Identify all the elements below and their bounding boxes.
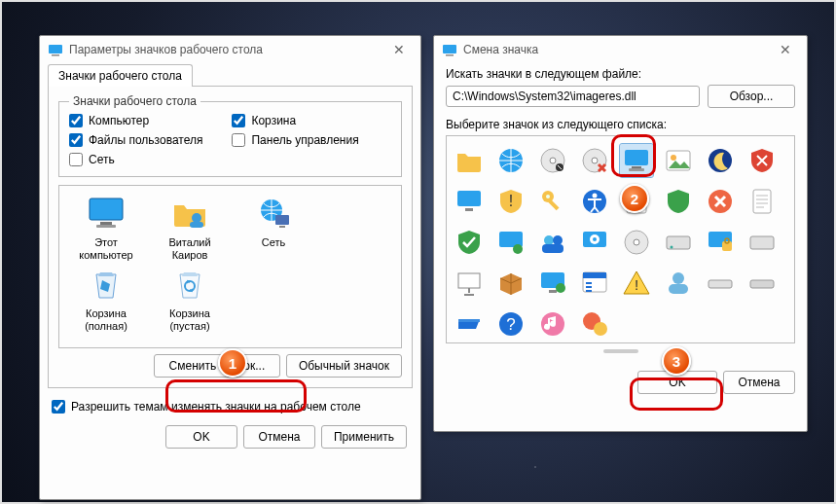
icon-settings-panel[interactable] bbox=[578, 226, 611, 259]
svg-point-41 bbox=[553, 235, 563, 245]
chk-recycle-input[interactable] bbox=[232, 114, 245, 127]
icon-monitor2[interactable] bbox=[453, 185, 486, 218]
desktop-icons-group: Значки рабочего стола Компьютер Файлы по… bbox=[58, 94, 402, 177]
chk-control[interactable]: Панель управления bbox=[232, 133, 358, 147]
icon-warning[interactable]: ! bbox=[620, 267, 653, 300]
icon-monitor-net[interactable] bbox=[494, 226, 527, 259]
chk-recycle[interactable]: Корзина bbox=[232, 114, 358, 127]
tab-desktop-icons[interactable]: Значки рабочего стола bbox=[48, 64, 193, 87]
icon-music[interactable] bbox=[536, 307, 569, 341]
icon-accessibility[interactable] bbox=[578, 185, 611, 218]
titlebar: Параметры значков рабочего стола ✕ bbox=[40, 36, 420, 63]
icon-shield-red[interactable] bbox=[745, 144, 779, 177]
chk-network-input[interactable] bbox=[69, 153, 83, 166]
icon-monitor-green[interactable] bbox=[536, 267, 569, 300]
svg-point-6 bbox=[192, 213, 201, 223]
svg-rect-4 bbox=[100, 222, 112, 225]
ok-button[interactable]: OK bbox=[165, 425, 237, 449]
icon-key[interactable] bbox=[536, 185, 569, 218]
icon-security[interactable] bbox=[704, 226, 737, 259]
svg-point-24 bbox=[671, 155, 676, 161]
chk-computer[interactable]: Компьютер bbox=[69, 114, 202, 127]
icon-document-a[interactable]: A bbox=[620, 185, 653, 218]
icon-folder[interactable] bbox=[453, 144, 486, 177]
svg-rect-10 bbox=[279, 226, 285, 228]
chk-userfiles-input[interactable] bbox=[69, 133, 83, 147]
icon-monitor-selected[interactable] bbox=[620, 144, 653, 177]
icon-contacts[interactable] bbox=[536, 226, 569, 259]
svg-text:!: ! bbox=[635, 276, 638, 293]
window-title: Параметры значков рабочего стола bbox=[69, 43, 263, 56]
window-icon bbox=[442, 42, 457, 57]
icon-shield-green[interactable] bbox=[453, 226, 486, 259]
recycle-empty-icon bbox=[168, 265, 211, 304]
chk-allow-themes[interactable]: Разрешить темам изменять значки на рабоч… bbox=[40, 394, 420, 417]
apply-button[interactable]: Применить bbox=[321, 425, 407, 449]
chk-allow-themes-input[interactable] bbox=[52, 400, 65, 414]
icon-drive[interactable] bbox=[662, 226, 695, 259]
recycle-full-icon bbox=[85, 265, 127, 304]
svg-rect-12 bbox=[443, 45, 456, 54]
svg-rect-62 bbox=[669, 284, 688, 294]
cancel-button[interactable]: Отмена bbox=[243, 425, 315, 449]
browse-button[interactable]: Обзор... bbox=[708, 85, 795, 108]
icon-presentation[interactable] bbox=[453, 267, 486, 300]
icon-globe[interactable] bbox=[494, 144, 527, 177]
svg-rect-13 bbox=[446, 54, 454, 56]
chk-network[interactable]: Сеть bbox=[69, 153, 202, 166]
chk-control-input[interactable] bbox=[232, 133, 245, 147]
icon-list[interactable]: ! A ! ? bbox=[446, 135, 795, 343]
icon-box[interactable] bbox=[494, 267, 527, 300]
svg-rect-5 bbox=[96, 225, 116, 228]
ok-button[interactable]: OK bbox=[637, 371, 717, 394]
svg-rect-9 bbox=[275, 215, 289, 225]
svg-rect-54 bbox=[458, 273, 480, 288]
desk-icon-recycle-empty[interactable]: Корзина (пустая) bbox=[151, 265, 229, 332]
icon-drive3[interactable] bbox=[704, 267, 737, 300]
icon-moon[interactable] bbox=[704, 144, 737, 177]
icon-disc2[interactable] bbox=[620, 226, 653, 259]
svg-rect-21 bbox=[632, 166, 641, 168]
scroll-grip[interactable] bbox=[603, 349, 638, 353]
icon-shield-yellow[interactable]: ! bbox=[494, 185, 527, 218]
icon-shield-green2[interactable] bbox=[662, 185, 695, 218]
cancel-button[interactable]: Отмена bbox=[723, 371, 795, 394]
svg-rect-20 bbox=[625, 150, 648, 165]
icon-picture[interactable] bbox=[662, 144, 695, 177]
globe-icon bbox=[252, 194, 295, 233]
svg-rect-64 bbox=[750, 280, 774, 288]
icon-help[interactable]: ? bbox=[494, 307, 527, 341]
close-icon[interactable]: ✕ bbox=[772, 42, 799, 57]
titlebar: Смена значка ✕ bbox=[434, 36, 807, 63]
icon-list-panel[interactable] bbox=[578, 267, 611, 300]
desk-icon-user[interactable]: Виталий Каиров bbox=[151, 194, 229, 261]
svg-point-33 bbox=[593, 194, 598, 198]
icon-disc[interactable] bbox=[536, 144, 569, 177]
change-icon-window: Смена значка ✕ Искать значки в следующем… bbox=[433, 35, 808, 432]
close-icon[interactable]: ✕ bbox=[385, 42, 413, 57]
svg-text:A: A bbox=[633, 193, 640, 204]
change-icon-button[interactable]: Сменить значок... bbox=[154, 354, 280, 378]
chk-computer-input[interactable] bbox=[69, 114, 83, 127]
icon-run[interactable] bbox=[453, 307, 486, 341]
icon-drive4[interactable] bbox=[745, 267, 779, 300]
icon-user[interactable] bbox=[662, 267, 695, 300]
icon-drive2[interactable] bbox=[745, 226, 779, 259]
svg-point-47 bbox=[634, 239, 639, 245]
icon-bubble[interactable] bbox=[578, 307, 611, 341]
desk-icon-recycle-full[interactable]: Корзина (полная) bbox=[67, 265, 145, 332]
svg-point-70 bbox=[594, 322, 607, 336]
svg-rect-59 bbox=[583, 272, 606, 278]
icon-preview-well: Этот компьютер Виталий Каиров Сеть bbox=[58, 185, 402, 348]
icon-disc-x[interactable] bbox=[578, 144, 611, 177]
default-icon-button[interactable]: Обычный значок bbox=[286, 354, 402, 378]
svg-text:!: ! bbox=[509, 193, 513, 209]
window-icon bbox=[48, 42, 63, 57]
path-input[interactable] bbox=[446, 86, 700, 107]
svg-rect-63 bbox=[709, 280, 732, 288]
chk-userfiles[interactable]: Файлы пользователя bbox=[69, 133, 202, 147]
icon-document[interactable] bbox=[745, 185, 779, 218]
icon-close-circle[interactable] bbox=[704, 185, 737, 218]
desk-icon-this-pc[interactable]: Этот компьютер bbox=[67, 194, 145, 261]
desk-icon-network[interactable]: Сеть bbox=[235, 194, 312, 261]
